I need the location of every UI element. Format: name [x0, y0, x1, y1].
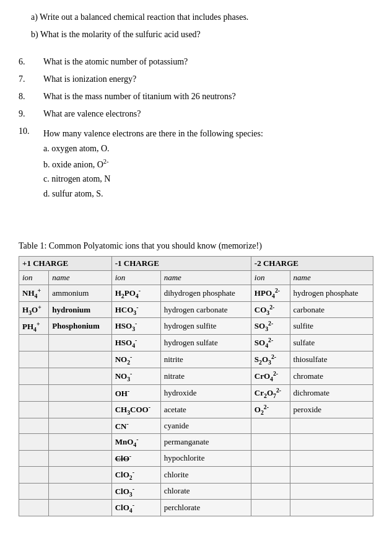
name-chlorite: chlorite [160, 466, 251, 483]
col-p1-name: name [49, 270, 111, 285]
name-perchlorate: perchlorate [160, 500, 251, 516]
q10-item-b: b. oxide anion, O2- [43, 156, 373, 172]
empty-p1-name [49, 466, 111, 483]
empty-p1-name [49, 368, 111, 385]
name-cyanide: cyanide [160, 418, 251, 434]
name-hydrogen-sulfate: hydrogen sulfate [160, 335, 251, 351]
ion-oh: OH- [111, 385, 160, 402]
q6-number: 6. [19, 57, 43, 67]
q10-number: 10. [19, 126, 43, 136]
empty-p1-ion [19, 385, 49, 402]
name-dihydrogen-phosphate: dihydrogen phosphate [160, 285, 251, 301]
empty-p1-ion [19, 434, 49, 451]
name-phosphonium: Phosphonium [49, 318, 111, 335]
q10-content: How many valence electrons are there in … [43, 126, 373, 201]
name-nitrate: nitrate [160, 368, 251, 385]
empty-n2-ion [251, 418, 290, 434]
header-plus1: +1 CHARGE [19, 256, 112, 270]
name-thiosulfate: thiosulfate [290, 351, 373, 368]
ion-clo4: ClO4- [111, 500, 160, 516]
table-row: CH3COO- acetate O22- peroxide [19, 402, 373, 418]
table-caption: Table 1: Common Polyatomic ions that you… [19, 241, 373, 251]
table-row: CN- cyanide [19, 418, 373, 434]
ion-clo: ClO- [111, 451, 160, 466]
empty-p1-ion [19, 418, 49, 434]
name-hypochlorite: hypochlorite [160, 451, 251, 466]
name-carbonate: carbonate [290, 301, 373, 318]
ion-mno4: MnO4- [111, 434, 160, 451]
q10-item-a: a. oxygen atom, O. [43, 141, 373, 156]
q7-text: What is ionization energy? [43, 74, 373, 84]
question-10: 10. How many valence electrons are there… [19, 126, 373, 201]
name-ammonium: ammonium [49, 285, 111, 301]
empty-p1-name [49, 402, 111, 418]
empty-p1-ion [19, 451, 49, 466]
ion-ph4: PH4+ [19, 318, 49, 335]
empty-p1-ion [19, 466, 49, 483]
question-6: 6. What is the atomic number of potassiu… [19, 57, 373, 67]
q8-text: What is the mass number of titanium with… [43, 92, 373, 102]
table-col-labels: ion name ion name ion name [19, 270, 373, 285]
table-row: NH4+ ammonium H2PO4- dihydrogen phosphat… [19, 285, 373, 301]
q10-item-c: c. nitrogen atom, N [43, 172, 373, 187]
name-acetate: acetate [160, 402, 251, 418]
ion-cr2o7: Cr2O72- [251, 385, 290, 402]
ion-hco3: HCO3- [111, 301, 160, 318]
empty-n2-name [290, 500, 373, 516]
q8-number: 8. [19, 92, 43, 102]
table-row: ClO3- chlorate [19, 483, 373, 500]
col-n1-ion: ion [111, 270, 160, 285]
empty-p1-ion [19, 335, 49, 351]
q10-text: How many valence electrons are there in … [43, 126, 373, 141]
col-n2-name: name [290, 270, 373, 285]
col-p1-ion: ion [19, 270, 49, 285]
empty-p1-name [49, 351, 111, 368]
ion-h3o: H3O+ [19, 301, 49, 318]
ion-nh4: NH4+ [19, 285, 49, 301]
name-nitrite: nitrite [160, 351, 251, 368]
table-row: ClO4- perchlorate [19, 500, 373, 516]
ion-acetate: CH3COO- [111, 402, 160, 418]
q7-number: 7. [19, 74, 43, 84]
question-9: 9. What are valence electrons? [19, 109, 373, 119]
table-row: H3O+ hydronium HCO3- hydrogen carbonate … [19, 301, 373, 318]
empty-p1-ion [19, 351, 49, 368]
ion-so3: SO32- [251, 318, 290, 335]
table-row: ClO2- chlorite [19, 466, 373, 483]
header-minus2: -2 CHARGE [251, 256, 373, 270]
ion-no2: NO2- [111, 351, 160, 368]
ion-h2po4: H2PO4- [111, 285, 160, 301]
ion-o2: O22- [251, 402, 290, 418]
table-row: PH4+ Phosphonium HSO3- hydrogen sulfite … [19, 318, 373, 335]
empty-n2-name [290, 466, 373, 483]
header-minus1: -1 CHARGE [111, 256, 251, 270]
name-hydrogen-sulfite: hydrogen sulfite [160, 318, 251, 335]
empty-p1-name [49, 483, 111, 500]
q10-item-d: d. sulfur atom, S. [43, 187, 373, 201]
ion-no3: NO3- [111, 368, 160, 385]
table-row: ClO- hypochlorite [19, 451, 373, 466]
col-n1-name: name [160, 270, 251, 285]
empty-n2-ion [251, 483, 290, 500]
name-dichromate: dichromate [290, 385, 373, 402]
sub-a-text: a) Write out a balanced chemical reactio… [31, 12, 373, 22]
table-header-row: +1 CHARGE -1 CHARGE -2 CHARGE [19, 256, 373, 270]
name-sulfite: sulfite [290, 318, 373, 335]
empty-n2-name [290, 418, 373, 434]
sub-b-text: b) What is the molarity of the sulfuric … [31, 30, 373, 40]
empty-p1-name [49, 335, 111, 351]
empty-n2-ion [251, 434, 290, 451]
table-row: NO2- nitrite S2O32- thiosulfate [19, 351, 373, 368]
name-permanganate: permanganate [160, 434, 251, 451]
sub-question-b: b) What is the molarity of the sulfuric … [19, 30, 373, 40]
name-chromate: chromate [290, 368, 373, 385]
empty-n2-ion [251, 451, 290, 466]
ion-hpo4: HPO42- [251, 285, 290, 301]
polyatomic-table: +1 CHARGE -1 CHARGE -2 CHARGE ion name i… [19, 256, 373, 517]
q9-number: 9. [19, 109, 43, 119]
ion-hso3: HSO3- [111, 318, 160, 335]
empty-n2-ion [251, 466, 290, 483]
name-hydrogen-carbonate: hydrogen carbonate [160, 301, 251, 318]
ion-s2o3: S2O32- [251, 351, 290, 368]
name-sulfate: sulfate [290, 335, 373, 351]
